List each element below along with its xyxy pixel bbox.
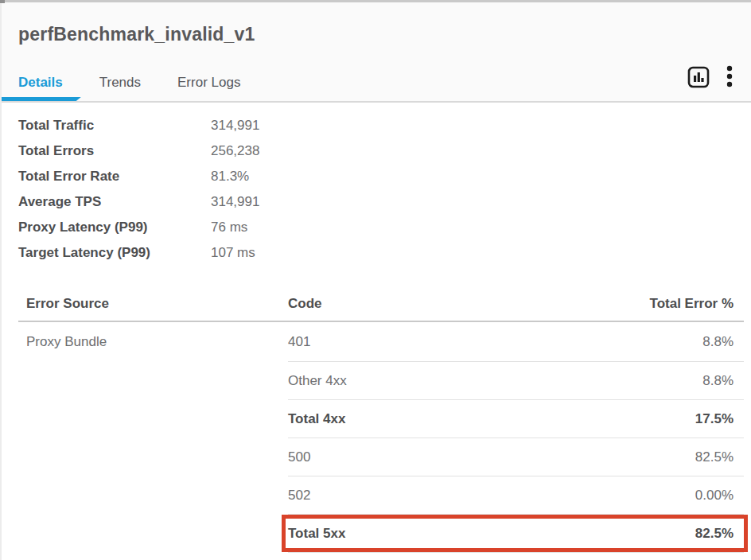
table-row-other-4xx: Other 4xx 8.8% <box>288 362 744 400</box>
header-actions <box>687 65 733 91</box>
stat-total-traffic: Total Traffic 314,991 <box>18 113 259 138</box>
code-cell: 502 <box>288 488 617 504</box>
table-row-500: 500 82.5% <box>288 438 744 476</box>
code-rows: 401 8.8% Other 4xx 8.8% Total 4xx 17.5% … <box>288 322 744 553</box>
table-body: Proxy Bundle 401 8.8% Other 4xx 8.8% Tot… <box>18 322 744 553</box>
stat-value: 81.3% <box>211 169 249 185</box>
pct-cell: 8.8% <box>617 334 744 350</box>
table-row-total-5xx: Total 5xx 82.5% <box>288 515 744 553</box>
top-edge-strip <box>0 0 751 2</box>
stat-value: 76 ms <box>211 220 247 235</box>
code-cell: 500 <box>288 449 617 465</box>
kebab-menu-icon <box>726 65 733 91</box>
table-row-502: 502 0.00% <box>288 476 744 515</box>
stat-target-latency: Target Latency (P99) 107 ms <box>18 240 259 266</box>
column-header-total-error-pct: Total Error % <box>617 296 744 312</box>
stat-average-tps: Average TPS 314,991 <box>18 189 259 215</box>
stat-value: 314,991 <box>211 194 259 210</box>
table-row-total-4xx: Total 4xx 17.5% <box>288 400 744 438</box>
code-cell: Other 4xx <box>288 373 617 389</box>
code-cell: Total 4xx <box>288 411 617 427</box>
pct-cell: 82.5% <box>617 526 744 542</box>
tab-details[interactable]: Details <box>0 68 81 103</box>
error-breakdown-table: Error Source Code Total Error % Proxy Bu… <box>18 286 744 553</box>
pct-cell: 8.8% <box>617 373 744 389</box>
stat-label: Target Latency (P99) <box>18 245 211 261</box>
stat-value: 107 ms <box>211 245 255 261</box>
chart-view-button[interactable] <box>687 66 710 91</box>
stat-label: Proxy Latency (P99) <box>18 220 211 235</box>
stat-total-errors: Total Errors 256,238 <box>18 138 259 164</box>
error-source-cell: Proxy Bundle <box>18 322 288 553</box>
column-header-error-source: Error Source <box>18 296 288 312</box>
report-panel: perfBenchmark_invalid_v1 Details Trends … <box>0 0 751 560</box>
pct-cell: 82.5% <box>617 449 744 465</box>
stat-label: Total Error Rate <box>18 169 211 185</box>
summary-stats: Total Traffic 314,991 Total Errors 256,2… <box>18 113 259 266</box>
pct-cell: 0.00% <box>617 488 744 504</box>
tab-error-logs[interactable]: Error Logs <box>159 68 259 103</box>
stat-total-error-rate: Total Error Rate 81.3% <box>18 164 259 189</box>
tab-trends[interactable]: Trends <box>81 68 159 103</box>
stat-label: Average TPS <box>18 194 211 210</box>
stat-label: Total Traffic <box>18 118 211 134</box>
top-edge-notch <box>0 0 5 3</box>
more-options-button[interactable] <box>726 65 733 91</box>
report-header: perfBenchmark_invalid_v1 Details Trends … <box>0 2 751 103</box>
panel-left-border <box>0 0 2 560</box>
code-cell: 401 <box>288 334 617 350</box>
table-row-401: 401 8.8% <box>288 322 744 362</box>
pct-cell: 17.5% <box>617 411 744 427</box>
stat-proxy-latency: Proxy Latency (P99) 76 ms <box>18 215 259 240</box>
stat-label: Total Errors <box>18 143 211 159</box>
stat-value: 256,238 <box>211 143 259 159</box>
tab-bar: Details Trends Error Logs <box>0 68 259 103</box>
code-cell: Total 5xx <box>288 526 617 542</box>
stat-value: 314,991 <box>211 118 259 134</box>
bar-chart-icon <box>687 66 710 91</box>
page-title: perfBenchmark_invalid_v1 <box>18 24 255 45</box>
table-header-row: Error Source Code Total Error % <box>18 286 744 322</box>
column-header-code: Code <box>288 296 617 312</box>
